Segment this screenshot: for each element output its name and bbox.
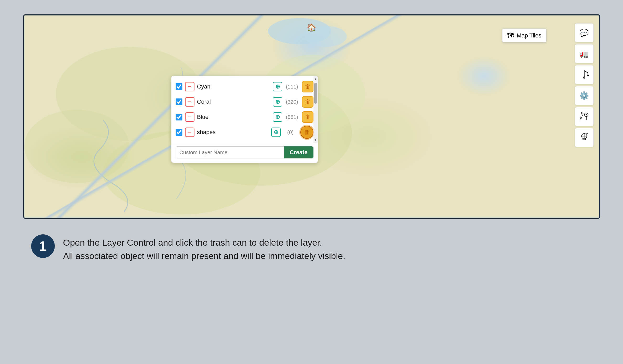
layer-count-coral: (320) — [285, 99, 299, 105]
step-number: 1 — [39, 238, 47, 254]
layer-name-coral: Coral — [197, 98, 270, 105]
svg-line-8 — [584, 71, 588, 73]
map-tiles-icon: 🗺 — [507, 31, 514, 40]
scrollbar-down[interactable]: ▼ — [313, 137, 318, 142]
svg-point-13 — [586, 114, 587, 115]
layer-checkbox-blue[interactable] — [176, 114, 182, 120]
create-row: Create — [171, 143, 318, 163]
layer-count-cyan: (111) — [285, 84, 299, 90]
layer-name-blue: Blue — [197, 114, 270, 120]
layer-add-coral[interactable]: ⊕ — [273, 97, 282, 107]
layer-checkbox-coral[interactable] — [176, 98, 182, 105]
layer-minus-shapes[interactable]: − — [185, 128, 194, 137]
crane-tool[interactable] — [575, 65, 594, 84]
layer-add-blue[interactable]: ⊕ — [273, 112, 282, 122]
settings-icon: ⚙️ — [579, 91, 589, 100]
layer-name-shapes: shapes — [197, 129, 269, 136]
svg-point-3 — [24, 110, 129, 183]
outer-container: 🏠 🗺 Map Tiles 💬 🚛 — [23, 14, 600, 350]
truck-icon: 🚛 — [579, 49, 589, 58]
map-frame: 🏠 🗺 Map Tiles 💬 🚛 — [23, 14, 600, 219]
layer-row-blue: − Blue ⊕ (581) 🗑 — [176, 111, 313, 124]
panel-rows: − Cyan ⊕ (111) 🗑 − Coral ⊕ (320) 🗑 — [171, 76, 313, 143]
layer-trash-shapes-highlighted[interactable]: 🗑 — [300, 126, 313, 139]
layer-add-cyan[interactable]: ⊕ — [273, 82, 282, 91]
add-location-icon: + — [579, 132, 589, 143]
layer-checkbox-shapes[interactable] — [176, 129, 182, 136]
layer-count-blue: (581) — [285, 114, 299, 120]
crane-icon — [579, 69, 589, 80]
instruction-text: Open the Layer Control and click the tra… — [63, 234, 345, 263]
layer-minus-coral[interactable]: − — [185, 97, 194, 107]
layer-count-shapes: (0) — [283, 129, 298, 135]
chat-icon: 💬 — [579, 29, 589, 37]
scrollbar-thumb[interactable] — [314, 83, 317, 104]
layer-row-cyan: − Cyan ⊕ (111) 🗑 — [176, 80, 313, 93]
layer-panel: − Cyan ⊕ (111) 🗑 − Coral ⊕ (320) 🗑 — [171, 76, 318, 163]
layer-trash-cyan[interactable]: 🗑 — [302, 81, 313, 92]
location-icon — [579, 111, 589, 122]
layer-trash-coral[interactable]: 🗑 — [302, 96, 313, 108]
layer-row-coral: − Coral ⊕ (320) 🗑 — [176, 95, 313, 108]
map-tiles-button[interactable]: 🗺 Map Tiles — [502, 29, 546, 42]
scrollbar-up[interactable]: ▲ — [313, 76, 318, 82]
right-sidebar: 💬 🚛 ⚙️ — [575, 23, 594, 147]
panel-scroll-area: − Cyan ⊕ (111) 🗑 − Coral ⊕ (320) 🗑 — [171, 76, 318, 143]
instruction-line2: All associated object will remain presen… — [63, 249, 345, 263]
layer-trash-blue[interactable]: 🗑 — [302, 111, 313, 123]
svg-text:+: + — [586, 132, 588, 135]
panel-scrollbar: ▲ ▼ — [313, 76, 318, 143]
truck-tool[interactable]: 🚛 — [575, 44, 594, 63]
location-tool[interactable] — [575, 107, 594, 126]
chat-tool[interactable]: 💬 — [575, 23, 594, 42]
layer-minus-cyan[interactable]: − — [185, 82, 194, 91]
create-layer-button[interactable]: Create — [284, 146, 313, 158]
layer-add-shapes[interactable]: ⊕ — [271, 128, 281, 137]
layer-minus-blue[interactable]: − — [185, 112, 194, 122]
layer-checkbox-cyan[interactable] — [176, 83, 182, 90]
add-location-tool[interactable]: + — [575, 128, 594, 147]
instruction-section: 1 Open the Layer Control and click the t… — [23, 229, 600, 268]
layer-row-shapes: − shapes ⊕ (0) 🗑 — [176, 126, 313, 139]
layer-name-cyan: Cyan — [197, 83, 270, 90]
settings-tool[interactable]: ⚙️ — [575, 86, 594, 105]
map-tiles-label: Map Tiles — [517, 32, 541, 39]
map-home-icon: 🏠 — [307, 23, 316, 32]
instruction-line1: Open the Layer Control and click the tra… — [63, 236, 345, 249]
step-badge: 1 — [31, 234, 55, 258]
create-layer-input[interactable] — [176, 146, 284, 158]
svg-point-5 — [268, 18, 331, 44]
